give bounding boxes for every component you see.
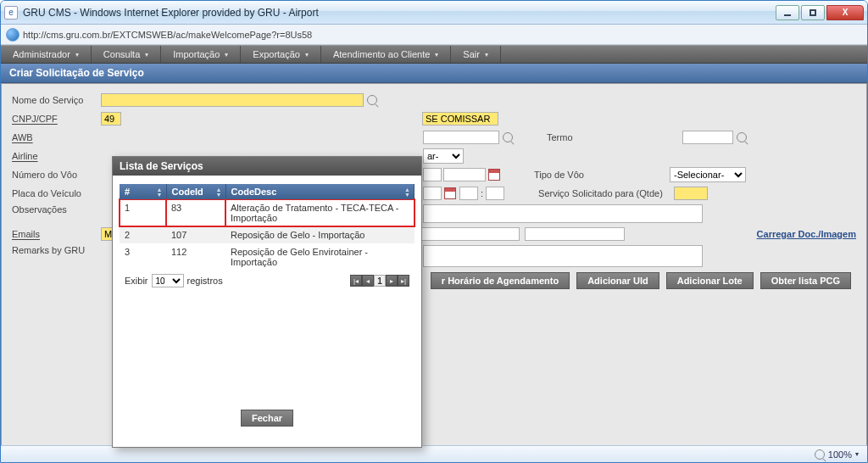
awb-input[interactable] bbox=[423, 131, 499, 144]
label-observacoes: Observações bbox=[12, 204, 101, 215]
window-close-button[interactable]: X bbox=[826, 5, 864, 20]
chevron-down-icon: ▾ bbox=[145, 51, 148, 59]
sort-icon: ▲▼ bbox=[404, 187, 410, 198]
tipo-voo-select[interactable]: -Selecionar- bbox=[670, 167, 746, 182]
label-tipo-voo: Tipo de Vôo bbox=[534, 170, 670, 180]
voo-pref-input[interactable] bbox=[423, 168, 442, 181]
chevron-down-icon: ▾ bbox=[485, 51, 488, 59]
page-subheader: Criar Solicitação de Serviço bbox=[1, 64, 867, 83]
lista-servicos-modal: Lista de Serviços #▲▼ CodeId▲▼ CodeDesc▲… bbox=[112, 156, 422, 448]
hora-h-input[interactable] bbox=[459, 187, 478, 200]
email3-input[interactable] bbox=[525, 227, 625, 241]
voo-num-input[interactable] bbox=[443, 168, 486, 181]
label-registros: registros bbox=[187, 276, 223, 286]
page-size-select[interactable]: 10 bbox=[152, 274, 184, 287]
label-termo: Termo bbox=[547, 132, 682, 142]
adicionar-lote-button[interactable]: Adicionar Lote bbox=[666, 272, 754, 289]
zoom-value: 100% bbox=[828, 449, 852, 460]
chevron-down-icon: ▾ bbox=[225, 51, 228, 59]
pager-next-button[interactable]: ▸ bbox=[386, 275, 398, 287]
cnpj-input[interactable] bbox=[101, 112, 121, 126]
label-airline: Airline bbox=[12, 151, 101, 161]
sort-icon: ▲▼ bbox=[216, 187, 222, 198]
calendar-icon[interactable] bbox=[488, 169, 500, 181]
col-hash[interactable]: #▲▼ bbox=[120, 184, 166, 199]
time-separator: : bbox=[481, 188, 483, 198]
url-text[interactable]: http://cms.gru.com.br/EXTCMSWEB/ac/makeW… bbox=[23, 30, 862, 40]
calendar-icon[interactable] bbox=[444, 187, 456, 199]
globe-icon bbox=[6, 28, 19, 42]
label-nome-servico: Nome do Serviço bbox=[12, 95, 101, 105]
nome-servico-input[interactable] bbox=[101, 93, 364, 107]
placa-input[interactable] bbox=[423, 187, 442, 200]
chevron-down-icon: ▾ bbox=[435, 51, 438, 59]
qtde-input[interactable] bbox=[674, 187, 708, 200]
col-codeid[interactable]: CodeId▲▼ bbox=[166, 184, 225, 199]
obter-lista-pcg-button[interactable]: Obter lista PCG bbox=[760, 272, 851, 289]
horario-agendamento-button[interactable]: r Horário de Agendamento bbox=[431, 272, 570, 289]
pager-prev-button[interactable]: ◂ bbox=[362, 275, 374, 287]
pager-current: 1 bbox=[374, 275, 386, 287]
search-icon[interactable] bbox=[367, 95, 377, 105]
label-placa: Placa do Veículo bbox=[12, 188, 101, 198]
remarks-gru-textarea[interactable] bbox=[423, 245, 703, 267]
window-minimize-button[interactable] bbox=[776, 5, 799, 20]
address-bar: http://cms.gru.com.br/EXTCMSWEB/ac/makeW… bbox=[1, 25, 867, 45]
menu-administrador[interactable]: Administrador▾ bbox=[1, 46, 92, 63]
airline-select[interactable]: ar- bbox=[423, 148, 464, 164]
label-cnpj: CNPJ/CPF bbox=[12, 114, 101, 124]
menu-sair[interactable]: Sair▾ bbox=[451, 46, 501, 63]
ie-favicon: e bbox=[4, 6, 18, 20]
menu-importacao[interactable]: Importação▾ bbox=[161, 46, 241, 63]
adicionar-uld-button[interactable]: Adicionar Uld bbox=[576, 272, 659, 289]
label-numero-voo: Número do Vôo bbox=[12, 170, 101, 180]
observacoes-textarea[interactable] bbox=[423, 204, 703, 223]
hora-m-input[interactable] bbox=[486, 187, 504, 200]
cliente-input[interactable] bbox=[422, 112, 498, 126]
main-menu: Administrador▾ Consulta▾ Importação▾ Exp… bbox=[1, 45, 867, 64]
pager-first-button[interactable]: |◂ bbox=[350, 275, 362, 287]
pager: |◂ ◂ 1 ▸ ▸| bbox=[350, 275, 409, 287]
zoom-icon bbox=[815, 449, 825, 460]
label-servico-qtde: Serviço Solicitado para (Qtde) bbox=[538, 188, 674, 198]
search-icon[interactable] bbox=[737, 132, 747, 142]
modal-title: Lista de Serviços bbox=[113, 157, 421, 176]
chevron-down-icon[interactable]: ▾ bbox=[855, 450, 859, 458]
menu-consulta[interactable]: Consulta▾ bbox=[92, 46, 161, 63]
pager-last-button[interactable]: ▸| bbox=[398, 275, 409, 287]
email2-input[interactable] bbox=[420, 227, 520, 241]
menu-atendimento[interactable]: Atendimento ao Cliente▾ bbox=[321, 46, 451, 63]
window-maximize-button[interactable] bbox=[801, 5, 825, 20]
table-row[interactable]: 3 112 Reposição de Gelo Envirotainer - I… bbox=[120, 243, 415, 271]
col-codedesc[interactable]: CodeDesc▲▼ bbox=[225, 184, 415, 199]
status-bar: 100% ▾ bbox=[1, 445, 867, 462]
chevron-down-icon: ▾ bbox=[305, 51, 309, 59]
label-exibir: Exibir bbox=[125, 276, 148, 286]
search-icon[interactable] bbox=[503, 132, 513, 142]
menu-exportacao[interactable]: Exportação▾ bbox=[241, 46, 321, 63]
termo-input[interactable] bbox=[682, 131, 733, 144]
servicos-table: #▲▼ CodeId▲▼ CodeDesc▲▼ 1 83 Alteração d… bbox=[120, 184, 415, 271]
chevron-down-icon: ▾ bbox=[75, 51, 79, 59]
window-titlebar: e GRU CMS - Windows Internet Explorer pr… bbox=[1, 1, 867, 25]
upload-doc-link[interactable]: Carregar Doc./Imagem bbox=[757, 229, 856, 239]
table-row[interactable]: 1 83 Alteração de Tratamento - TECA-TECA… bbox=[120, 199, 415, 226]
table-row[interactable]: 2 107 Reposição de Gelo - Importação bbox=[120, 226, 415, 243]
sort-icon: ▲▼ bbox=[157, 187, 163, 198]
label-emails: Emails bbox=[12, 229, 101, 239]
window-title: GRU CMS - Windows Internet Explorer prov… bbox=[23, 7, 774, 19]
label-awb: AWB bbox=[12, 132, 101, 142]
fechar-button[interactable]: Fechar bbox=[241, 410, 293, 427]
label-remarks-gru: Remarks by GRU bbox=[12, 245, 101, 255]
